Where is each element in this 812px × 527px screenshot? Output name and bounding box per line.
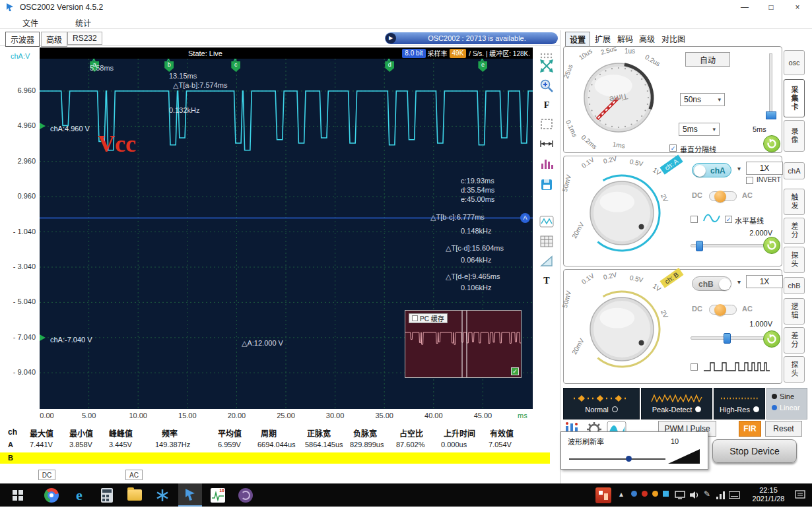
app-purple-icon[interactable] [234,483,257,507]
chb-ac-label[interactable]: AC [742,305,753,313]
edge-icon[interactable]: e [67,483,91,507]
chb-offset-slider[interactable] [691,333,767,344]
panel-tab-settings[interactable]: 设置 [565,32,590,47]
frame-select-icon[interactable] [539,116,555,132]
keyboard-icon[interactable] [729,491,740,499]
waveform-view-icon[interactable] [539,214,555,230]
reset-button[interactable]: Reset [765,421,802,437]
play-icon[interactable]: ▶ [386,33,396,44]
side-tab-differential-a[interactable]: 差分 [784,218,805,244]
horizontal-measure-icon[interactable] [539,136,555,152]
cha-volts-knob[interactable] [566,158,677,270]
cha-ref-checkbox[interactable] [691,216,698,223]
refresh-rate-slider[interactable] [569,456,665,462]
grid-view-icon[interactable] [539,233,555,249]
acquire-mode-peak-detect[interactable]: Peak-Detect [641,388,712,419]
zoom-in-icon[interactable] [539,78,555,94]
pc-cache-confirm-checkbox[interactable]: ✓ [511,367,519,375]
side-tab-differential-b[interactable]: 差分 [784,327,805,354]
peak-detect-radio[interactable] [695,406,701,412]
pen-icon[interactable]: ✎ [704,489,710,499]
minimize-button[interactable]: — [731,0,758,15]
chb-enable-button[interactable]: chB [692,276,731,291]
tray-expand-icon[interactable]: ▴ [619,489,623,499]
cha-invert-checkbox[interactable] [746,177,753,184]
cha-baseline-checkbox[interactable] [725,216,732,223]
legend-ac[interactable]: AC [125,470,143,480]
menu-file[interactable]: 文件 [17,16,44,30]
tray-app-icon-3[interactable] [652,489,658,499]
mode-sine-row[interactable]: Sine [772,392,802,400]
measurement-row-b[interactable]: B [0,452,550,464]
cha-coupling-toggle[interactable] [709,191,737,201]
legend-dc[interactable]: DC [38,470,55,480]
trigger-level-badge[interactable]: A [520,213,530,223]
close-button[interactable]: × [784,0,811,15]
app-blue-icon[interactable] [151,483,174,507]
triangle-measure-icon[interactable] [539,253,555,269]
pc-cache-checkbox[interactable] [412,315,418,321]
cha-reset-button[interactable] [763,237,780,254]
side-tab-probe-b[interactable]: 探头 [784,356,805,383]
panel-tab-comparison[interactable]: 对比图 [658,32,689,46]
sine-radio[interactable] [772,394,777,399]
osc-app-icon[interactable] [178,483,202,507]
side-tab-logic[interactable]: 逻辑 [784,298,805,325]
trigger-tool-label[interactable]: T [539,273,555,289]
acquire-mode-normal[interactable]: Normal [563,388,640,419]
timebase-reset-button[interactable] [763,135,780,152]
vertical-divider-checkbox[interactable] [669,144,677,152]
panel-tab-extension[interactable]: 扩展 [591,32,615,46]
chrome-icon[interactable] [40,483,63,507]
chevron-down-icon[interactable]: ▾ [737,278,741,286]
monitor-icon[interactable] [675,491,685,499]
taskbar-clock[interactable]: 22:15 2021/1/28 [747,486,790,503]
tray-app-icon-4[interactable] [663,489,669,499]
network-icon[interactable] [716,491,726,499]
cha-probe-select[interactable]: 1X [746,162,783,175]
mode-linear-row[interactable]: Linear [772,404,802,412]
chb-coupling-toggle[interactable] [709,305,737,315]
chevron-down-icon[interactable]: ▾ [737,165,741,172]
side-tab-osc[interactable]: osc [784,50,805,75]
start-button[interactable] [3,483,33,507]
refresh-rate-slider-handle[interactable] [626,456,632,462]
scope16-app-icon[interactable]: 16 [206,483,230,507]
acquire-mode-high-res[interactable]: High-Res [714,388,765,419]
notifications-icon[interactable] [795,490,805,499]
chb-offset-slider-handle[interactable] [724,333,731,344]
maximize-button[interactable]: □ [758,0,784,15]
tray-app-icon-2[interactable] [642,489,648,499]
chb-pulse-checkbox[interactable] [691,363,698,371]
timebase-select[interactable]: 5ms▾ [679,123,720,136]
file-explorer-icon[interactable] [123,483,147,507]
side-tab-chb[interactable]: chB [784,277,805,294]
menu-stats[interactable]: 统计 [70,16,96,30]
side-tab-probe-a[interactable]: 探头 [784,247,805,273]
save-icon[interactable] [539,177,555,193]
fft-tool-label[interactable]: F [539,98,555,113]
timebase-slider[interactable] [766,53,776,119]
side-tab-recording[interactable]: 录像 [784,120,805,152]
panel-tab-advanced[interactable]: 高级 [635,32,659,46]
chb-probe-select[interactable]: 1X [746,275,783,288]
interpolation-mode-box[interactable]: Sine Linear [766,388,807,419]
cha-offset-slider[interactable] [691,241,767,251]
cha-level-top-marker[interactable] [40,123,46,129]
timebase-slider-handle[interactable] [766,111,776,119]
pc-cache-chip[interactable]: PC 缓存 [409,313,448,323]
cha-offset-slider-handle[interactable] [696,241,703,251]
tray-red-app-icon[interactable] [593,483,614,507]
side-tab-cha[interactable]: chA [784,162,805,179]
move-icon[interactable] [539,58,555,74]
tab-rs232[interactable]: RS232 [67,32,102,45]
side-tab-trigger[interactable]: 触发 [784,189,805,215]
waveform-plot[interactable]: ×a×b×c×d×e 5.58ms 13.15ms △T[a-b]:7.574m… [40,59,533,409]
normal-radio[interactable] [612,406,618,412]
stop-device-button[interactable]: Stop Device [712,439,797,463]
chb-dc-label[interactable]: DC [692,305,702,313]
calculator-icon[interactable] [95,483,119,507]
cha-enable-button[interactable]: chA [692,163,731,177]
tab-advanced[interactable]: 高级 [41,32,67,47]
chb-volts-knob[interactable] [566,274,677,387]
